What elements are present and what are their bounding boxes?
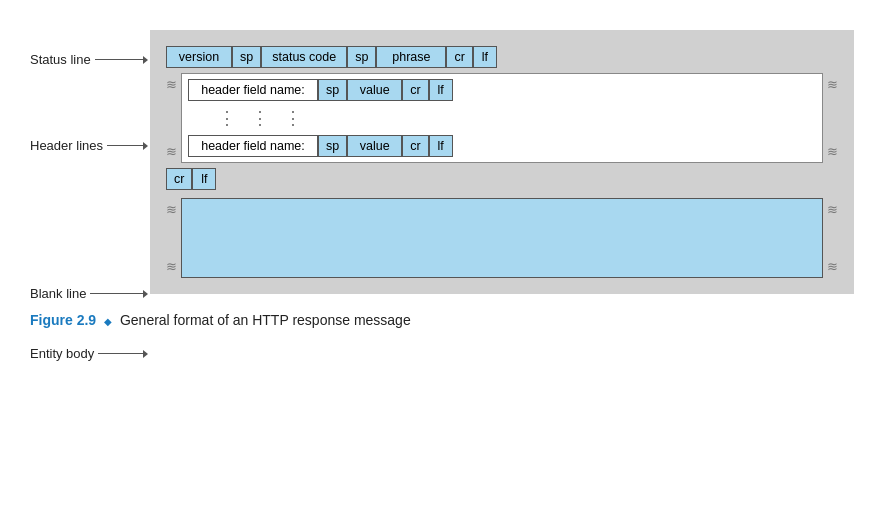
status-line-label: Status line <box>30 52 91 67</box>
entity-squiggle-top-left: ≋ <box>166 202 177 217</box>
lf1-cell: lf <box>473 46 497 68</box>
entity-body-box <box>181 198 823 278</box>
entity-squiggle-top-right: ≋ <box>827 202 838 217</box>
figure-text: General format of an HTTP response messa… <box>120 312 411 328</box>
entity-body-label: Entity body <box>30 346 94 361</box>
sp3-cell: sp <box>318 79 347 101</box>
hfn1-cell: header field name: <box>188 79 318 101</box>
sp2-cell: sp <box>347 46 376 68</box>
entity-body-connector <box>98 353 143 354</box>
cr3-cell: cr <box>402 135 428 157</box>
blank-line-label: Blank line <box>30 286 86 301</box>
bracket-squiggle-top-right: ≋ <box>827 77 838 92</box>
status-code-cell: status code <box>261 46 347 68</box>
value1-cell: value <box>347 79 402 101</box>
ellipsis-row: ⋮ ⋮ ⋮ <box>188 104 816 132</box>
bracket-squiggle-bot-right: ≋ <box>827 144 838 159</box>
hfn2-cell: header field name: <box>188 135 318 157</box>
sp4-cell: sp <box>318 135 347 157</box>
bracket-squiggle-top-left: ≋ <box>166 77 177 92</box>
status-line-label-container: Status line <box>30 52 148 67</box>
sp1-cell: sp <box>232 46 261 68</box>
cr1-cell: cr <box>446 46 472 68</box>
entity-body-label-container: Entity body <box>30 346 148 361</box>
header-lines-arrow <box>143 142 148 150</box>
header-lines-connector <box>107 145 143 146</box>
entity-squiggle-bot-left: ≋ <box>166 259 177 274</box>
blank-line-label-container: Blank line <box>30 286 148 301</box>
blank-line-arrow <box>143 290 148 298</box>
cr-blank-cell: cr <box>166 168 192 190</box>
figure-caption: Figure 2.9 ◆ General format of an HTTP r… <box>30 312 854 328</box>
lf2-cell: lf <box>429 79 453 101</box>
entity-body-arrow <box>143 350 148 358</box>
lf-blank-cell: lf <box>192 168 216 190</box>
header-lines-label-container: Header lines <box>30 138 148 153</box>
phrase-cell: phrase <box>376 46 446 68</box>
bracket-squiggle-bot-left: ≋ <box>166 144 177 159</box>
header-lines-label: Header lines <box>30 138 103 153</box>
cr2-cell: cr <box>402 79 428 101</box>
status-line-connector <box>95 59 143 60</box>
blank-line-connector <box>90 293 143 294</box>
lf3-cell: lf <box>429 135 453 157</box>
status-line-arrow <box>143 56 148 64</box>
figure-diamond: ◆ <box>104 316 112 327</box>
version-cell: version <box>166 46 232 68</box>
figure-label: Figure 2.9 <box>30 312 96 328</box>
entity-squiggle-bot-right: ≋ <box>827 259 838 274</box>
value2-cell: value <box>347 135 402 157</box>
